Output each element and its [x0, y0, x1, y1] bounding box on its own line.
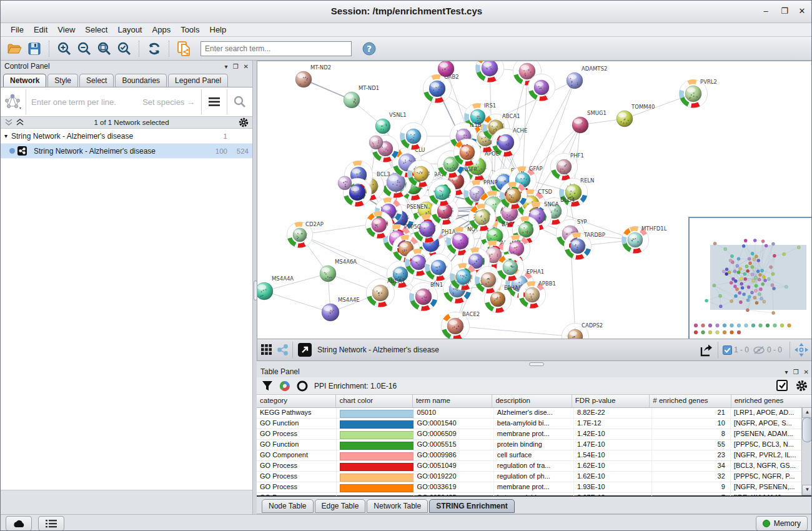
- horizontal-splitter[interactable]: [257, 361, 812, 366]
- birdseye-view[interactable]: [688, 217, 812, 339]
- network-node-bace2[interactable]: BACE2: [441, 311, 480, 339]
- detach-view-icon[interactable]: [297, 342, 312, 357]
- zoom-in-button[interactable]: [54, 39, 74, 58]
- network-node[interactable]: [500, 182, 527, 209]
- network-node-ms4a4a[interactable]: MS4A4A: [257, 275, 294, 300]
- grid-view-icon[interactable]: [261, 344, 272, 355]
- minimize-button[interactable]: –: [759, 6, 773, 17]
- panel-menu-icon[interactable]: ▾: [225, 63, 228, 70]
- table-row[interactable]: GO FunctionGO:0001540beta-amyloid bi...1…: [257, 419, 812, 429]
- table-row[interactable]: KEGG Pathways05010Alzheimer's dise...8.8…: [257, 408, 812, 419]
- tab-style[interactable]: Style: [47, 74, 78, 87]
- tree-expand-icon[interactable]: ▾: [4, 132, 7, 139]
- column-header-FDRp-value[interactable]: FDR p-value: [572, 395, 650, 407]
- table-row[interactable]: GO ProcessGO:0006509membrane prot...1.42…: [257, 429, 812, 440]
- tab-select[interactable]: Select: [79, 74, 114, 87]
- network-node-cadps2[interactable]: CADPS2: [562, 322, 603, 339]
- menu-apps[interactable]: Apps: [147, 24, 176, 36]
- panel-menu-icon[interactable]: ▾: [785, 369, 788, 375]
- tab-legend-panel[interactable]: Legend Panel: [168, 74, 228, 87]
- network-node-tomm40[interactable]: TOMM40: [616, 104, 655, 127]
- network-node[interactable]: [407, 160, 434, 187]
- network-node[interactable]: [400, 122, 427, 149]
- menu-layout[interactable]: Layout: [112, 24, 147, 36]
- species-hint[interactable]: Set species →: [142, 97, 201, 107]
- tab-network[interactable]: Network: [3, 74, 46, 87]
- scroll-up-icon[interactable]: ▲: [802, 407, 812, 418]
- menu-help[interactable]: Help: [205, 24, 232, 36]
- scrollbar-thumb[interactable]: [802, 417, 812, 442]
- collapse-all-icon[interactable]: [4, 119, 13, 126]
- export-network-icon[interactable]: [699, 342, 714, 357]
- column-header-enrichedgenes[interactable]: # enriched genes: [650, 395, 731, 407]
- network-node-mthfd1l[interactable]: MTHFD1L: [621, 226, 666, 254]
- network-node[interactable]: [497, 254, 523, 280]
- float-panel-icon[interactable]: ❐: [233, 63, 239, 70]
- network-options-gear-icon[interactable]: [239, 117, 249, 127]
- table-row[interactable]: GO ProcessGO:0051049regulation of tra...…: [257, 461, 812, 472]
- zoom-out-button[interactable]: [74, 39, 94, 58]
- column-header-chartcolor[interactable]: chart color: [336, 395, 413, 407]
- network-node[interactable]: [475, 61, 503, 82]
- string-query-input[interactable]: Enter one term per line.: [26, 97, 142, 107]
- scroll-down-icon[interactable]: ▼: [802, 485, 812, 495]
- refresh-button[interactable]: [144, 39, 164, 58]
- column-header-category[interactable]: category: [257, 395, 336, 407]
- network-node-ms4a6a[interactable]: MS4A6A: [320, 259, 357, 282]
- tab-node-table[interactable]: Node Table: [262, 499, 314, 513]
- network-tree-row[interactable]: ▾String Network - Alzheimer's disease1: [1, 129, 252, 144]
- network-node-abca7[interactable]: ABCA7: [366, 278, 405, 307]
- table-row[interactable]: GO ProcessGO:0050435beta-amyloid m...2.0…: [257, 493, 812, 496]
- vertical-scrollbar[interactable]: ▲ ▼: [801, 407, 812, 495]
- tab-edge-table[interactable]: Edge Table: [315, 499, 366, 513]
- network-node-pvrl2[interactable]: PVRL2: [679, 79, 717, 108]
- select-rows-checkbox-icon[interactable]: [776, 380, 788, 392]
- close-button[interactable]: ✕: [795, 6, 809, 17]
- pan-compass-icon[interactable]: [795, 343, 808, 357]
- table-row[interactable]: GO ProcessGO:0033619membrane prot...1.93…: [257, 482, 812, 493]
- string-search-icon[interactable]: [227, 89, 252, 114]
- network-node-phf1[interactable]: PHF1: [550, 152, 583, 181]
- network-node[interactable]: [453, 139, 480, 166]
- menu-view[interactable]: View: [52, 24, 80, 36]
- zoom-selected-button[interactable]: [114, 39, 134, 58]
- network-node-ms4a4e[interactable]: MS4A4E: [322, 297, 360, 321]
- table-row[interactable]: GO ComponentGO:0009986cell surface1.54E-…: [257, 450, 812, 461]
- table-row[interactable]: GO ProcessGO:0019220regulation of ph...1…: [257, 472, 812, 482]
- search-input[interactable]: [201, 41, 352, 56]
- birdseye-viewport[interactable]: [710, 245, 806, 310]
- cloud-status-icon[interactable]: [6, 516, 32, 531]
- network-node[interactable]: [338, 176, 352, 190]
- network-node[interactable]: [438, 61, 454, 77]
- menu-edit[interactable]: Edit: [29, 24, 52, 36]
- string-protein-query-icon[interactable]: [1, 89, 26, 114]
- menu-tools[interactable]: Tools: [176, 24, 204, 36]
- network-node[interactable]: [369, 136, 383, 149]
- maximize-button[interactable]: ❐: [778, 6, 791, 17]
- table-row[interactable]: GO FunctionGO:0005515protein binding1.47…: [257, 440, 812, 450]
- network-node[interactable]: [365, 211, 392, 238]
- close-panel-icon[interactable]: ✕: [804, 369, 809, 375]
- ring-chart-icon[interactable]: [297, 380, 308, 392]
- menu-select[interactable]: Select: [80, 24, 112, 36]
- donut-chart-icon[interactable]: [279, 380, 290, 392]
- menu-file[interactable]: File: [6, 24, 29, 36]
- network-node[interactable]: [450, 263, 477, 290]
- network-node-adamts2[interactable]: ADAMTS2: [567, 66, 607, 89]
- network-node-smug1[interactable]: SMUG1: [572, 110, 607, 133]
- network-node[interactable]: [425, 254, 452, 280]
- filter-icon[interactable]: [262, 380, 273, 392]
- memory-button[interactable]: Memory: [756, 516, 808, 531]
- save-session-button[interactable]: [24, 39, 44, 58]
- string-options-icon[interactable]: [201, 89, 227, 114]
- network-node-gab2[interactable]: GAB2: [423, 74, 458, 103]
- close-panel-icon[interactable]: ✕: [244, 63, 249, 70]
- network-canvas[interactable]: MT-ND2MT-ND1VSNL1GAB2ADAMTS2PVRL2SMUG1TO…: [257, 61, 812, 339]
- share-view-icon[interactable]: [277, 344, 289, 355]
- tab-boundaries[interactable]: Boundaries: [115, 74, 167, 87]
- zoom-fit-button[interactable]: [94, 39, 114, 58]
- clone-network-button[interactable]: [174, 39, 194, 58]
- network-node-bin1[interactable]: BIN1: [409, 282, 443, 311]
- open-session-button[interactable]: [4, 39, 24, 58]
- tab-network-table[interactable]: Network Table: [367, 499, 428, 513]
